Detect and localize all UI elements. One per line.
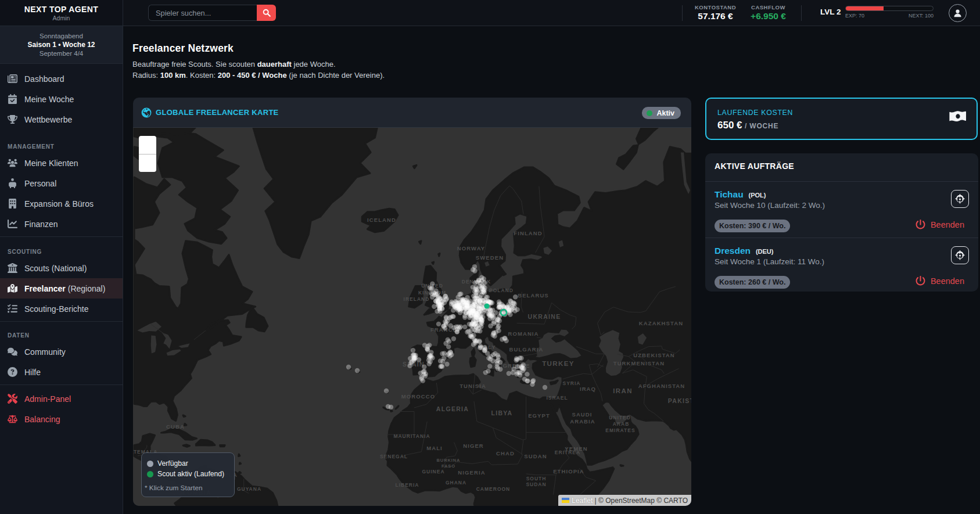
svg-text:SUDAN: SUDAN: [526, 481, 546, 487]
svg-text:UNITED: UNITED: [609, 415, 631, 420]
svg-text:CAMEROON: CAMEROON: [476, 486, 511, 492]
svg-text:GUINEA: GUINEA: [422, 469, 444, 475]
svg-text:ETHIOPIA: ETHIOPIA: [553, 468, 584, 475]
svg-text:ARABIA: ARABIA: [570, 418, 595, 425]
svg-text:IRAQ: IRAQ: [580, 386, 596, 392]
svg-text:IRAN: IRAN: [613, 387, 633, 394]
svg-text:ALGERIA: ALGERIA: [436, 405, 469, 412]
svg-text:CHAD: CHAD: [496, 450, 515, 457]
svg-text:GUYANA: GUYANA: [237, 486, 261, 492]
svg-text:AFGHANISTAN: AFGHANISTAN: [638, 383, 685, 389]
svg-text:KAZAKHSTAN: KAZAKHSTAN: [639, 320, 683, 326]
svg-text:TURKMENISTAN: TURKMENISTAN: [613, 360, 665, 366]
svg-text:GHANA: GHANA: [446, 480, 466, 486]
svg-text:UKRAINE: UKRAINE: [528, 313, 561, 320]
svg-text:ARAB: ARAB: [613, 421, 630, 427]
svg-text:SWEDEN: SWEDEN: [476, 254, 504, 261]
svg-text:SENEGAL: SENEGAL: [380, 454, 408, 459]
svg-text:LIBYA: LIBYA: [491, 409, 512, 416]
svg-text:ROMANIA: ROMANIA: [508, 330, 539, 337]
svg-text:LIBERIA: LIBERIA: [396, 482, 419, 488]
svg-text:SYRIA: SYRIA: [563, 380, 581, 386]
svg-text:ERITREA: ERITREA: [555, 450, 580, 455]
svg-text:NIGER: NIGER: [463, 443, 484, 449]
svg-text:SUDAN: SUDAN: [524, 453, 547, 459]
svg-text:POLAND: POLAND: [489, 287, 514, 293]
svg-text:TUNISIA: TUNISIA: [460, 383, 486, 389]
svg-text:BELARUS: BELARUS: [518, 292, 549, 299]
svg-text:ICELAND: ICELAND: [367, 217, 396, 223]
svg-text:EMIRATES: EMIRATES: [605, 427, 635, 433]
svg-text:FINLAND: FINLAND: [514, 230, 542, 236]
svg-text:CUBA: CUBA: [166, 423, 185, 430]
svg-text:NIGERIA: NIGERIA: [458, 469, 485, 476]
svg-text:MOROCCO: MOROCCO: [401, 393, 435, 400]
svg-text:BULGARIA: BULGARIA: [509, 346, 544, 353]
svg-text:EGYPT: EGYPT: [528, 412, 550, 419]
svg-text:FASO: FASO: [441, 463, 455, 469]
svg-text:UZBEKISTAN: UZBEKISTAN: [633, 352, 675, 358]
svg-text:SOUTH: SOUTH: [526, 476, 547, 481]
svg-text:MAURITANIA: MAURITANIA: [393, 433, 430, 439]
svg-text:MALI: MALI: [426, 445, 443, 451]
svg-text:ISRAEL: ISRAEL: [546, 395, 568, 401]
svg-text:NORWAY: NORWAY: [457, 245, 485, 251]
svg-text:PAKISTAN: PAKISTAN: [668, 397, 691, 404]
svg-text:BURKINA: BURKINA: [437, 458, 461, 463]
svg-text:TURKEY: TURKEY: [542, 360, 575, 367]
svg-text:IRELAND: IRELAND: [404, 296, 430, 302]
svg-text:SAUDI: SAUDI: [572, 411, 592, 418]
